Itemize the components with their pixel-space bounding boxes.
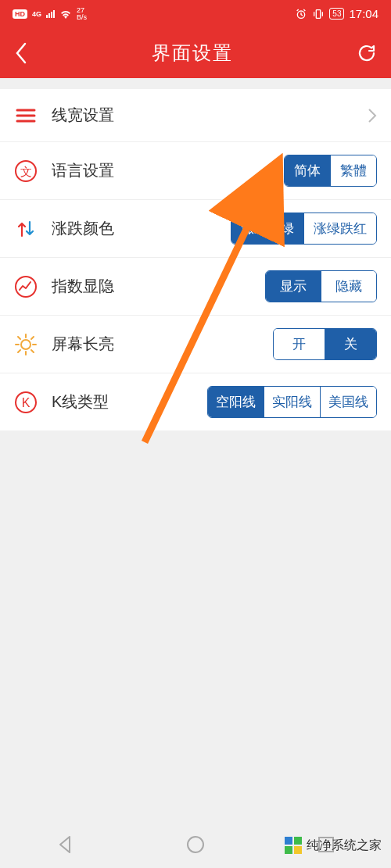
seg-green-up[interactable]: 涨绿跌红 xyxy=(304,213,376,244)
seg-language: 简体 繁體 xyxy=(284,155,377,187)
hd-badge: HD xyxy=(13,9,27,19)
row-updown-color: 涨跌颜色 涨红跌绿 涨绿跌红 xyxy=(0,200,391,258)
status-left: HD 4G 27B/s xyxy=(13,7,87,21)
svg-text:K: K xyxy=(22,396,30,409)
svg-rect-1 xyxy=(317,9,321,18)
svg-point-4 xyxy=(16,277,36,297)
seg-off[interactable]: 关 xyxy=(325,329,376,359)
seg-red-up[interactable]: 涨红跌绿 xyxy=(231,213,304,244)
net-speed: 27B/s xyxy=(77,7,87,21)
seg-hide[interactable]: 隐藏 xyxy=(321,271,376,302)
svg-point-9 xyxy=(188,837,203,852)
chevron-right-icon xyxy=(368,108,377,123)
row-label: 指数显隐 xyxy=(52,276,265,297)
refresh-icon[interactable] xyxy=(357,43,377,63)
row-line-width[interactable]: 线宽设置 xyxy=(0,89,391,142)
watermark: 纯净系统之家 xyxy=(285,837,382,854)
row-label: 语言设置 xyxy=(52,160,284,181)
seg-solid[interactable]: 实阳线 xyxy=(264,387,321,417)
row-screen-on: 屏幕长亮 开 关 xyxy=(0,316,391,373)
row-language: 文 语言设置 简体 繁體 xyxy=(0,142,391,200)
status-right: 53 17:04 xyxy=(295,7,378,20)
seg-traditional[interactable]: 繁體 xyxy=(331,155,376,186)
row-label: 屏幕长亮 xyxy=(52,334,273,355)
seg-kline: 空阳线 实阳线 美国线 xyxy=(207,386,377,418)
row-index-visible: 指数显隐 显示 隐藏 xyxy=(0,258,391,316)
wifi-icon xyxy=(59,9,72,19)
row-label: 线宽设置 xyxy=(52,105,368,126)
seg-index: 显示 隐藏 xyxy=(265,270,377,302)
vibrate-icon xyxy=(312,8,325,20)
nav-home-icon[interactable] xyxy=(185,834,206,855)
chart-icon xyxy=(14,275,38,298)
settings-list: 线宽设置 文 语言设置 简体 繁體 涨跌颜色 涨红跌绿 涨绿跌红 指数显隐 显示… xyxy=(0,89,391,430)
row-label: 涨跌颜色 xyxy=(52,218,231,239)
svg-point-5 xyxy=(21,340,30,349)
lines-icon xyxy=(14,104,38,127)
watermark-logo-icon xyxy=(285,837,302,854)
back-icon[interactable] xyxy=(14,42,28,64)
seg-on[interactable]: 开 xyxy=(274,329,325,359)
status-bar: HD 4G 27B/s 53 17:04 xyxy=(0,0,391,27)
k-icon: K xyxy=(14,391,38,414)
page-title: 界面设置 xyxy=(152,41,233,66)
seg-updown: 涨红跌绿 涨绿跌红 xyxy=(231,213,377,245)
seg-simplified[interactable]: 简体 xyxy=(285,155,331,186)
signal-icon xyxy=(46,10,55,18)
seg-screen: 开 关 xyxy=(273,328,377,360)
network-4g: 4G xyxy=(32,10,41,18)
alarm-icon xyxy=(295,8,307,20)
app-header: 界面设置 xyxy=(0,27,391,78)
battery-icon: 53 xyxy=(329,8,344,20)
seg-hollow[interactable]: 空阳线 xyxy=(208,387,264,417)
svg-text:文: 文 xyxy=(20,165,32,178)
seg-us[interactable]: 美国线 xyxy=(321,387,376,417)
clock-time: 17:04 xyxy=(349,7,378,20)
row-label: K线类型 xyxy=(52,391,207,413)
row-kline-type: K K线类型 空阳线 实阳线 美国线 xyxy=(0,373,391,430)
nav-back-icon[interactable] xyxy=(54,834,76,855)
updown-icon xyxy=(14,217,38,241)
seg-show[interactable]: 显示 xyxy=(266,271,321,302)
text-icon: 文 xyxy=(14,159,38,183)
sun-icon xyxy=(14,333,38,356)
watermark-text: 纯净系统之家 xyxy=(307,838,382,854)
